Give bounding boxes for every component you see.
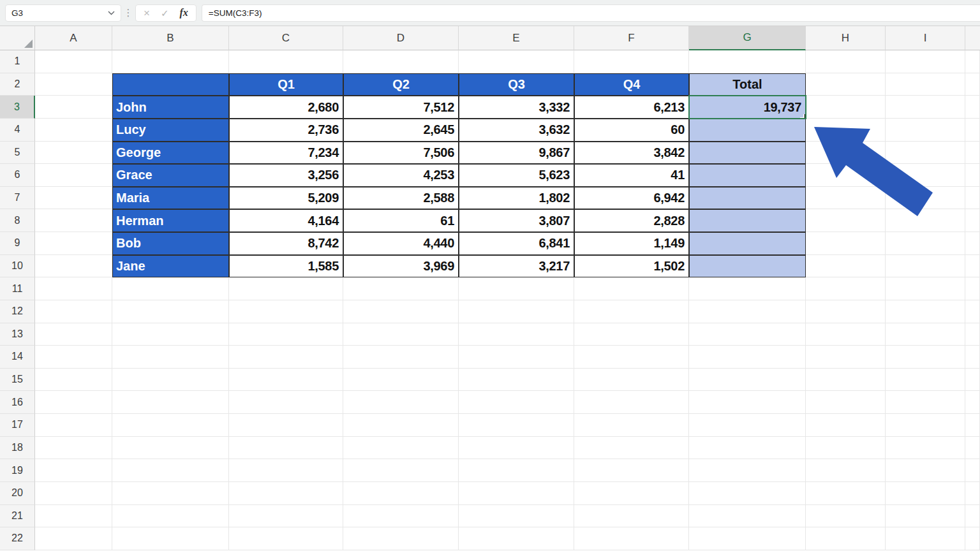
column-header-G[interactable]: G xyxy=(689,26,806,50)
cell-E14[interactable] xyxy=(459,346,574,369)
cell-J7[interactable] xyxy=(965,187,980,210)
cell-G22[interactable] xyxy=(689,527,806,550)
cell-F14[interactable] xyxy=(574,346,689,369)
cell-J15[interactable] xyxy=(965,369,980,392)
formula-input[interactable]: =SUM(C3:F3) xyxy=(202,4,980,22)
cell-E20[interactable] xyxy=(459,482,574,505)
cell-C18[interactable] xyxy=(229,437,343,460)
row-header-22[interactable]: 22 xyxy=(0,527,35,550)
cell-B2[interactable] xyxy=(112,73,229,96)
cell-J20[interactable] xyxy=(965,482,980,505)
cell-J12[interactable] xyxy=(965,300,980,323)
cell-B18[interactable] xyxy=(112,437,229,460)
cell-F8[interactable]: 2,828 xyxy=(574,209,689,232)
cell-G1[interactable] xyxy=(689,50,806,73)
cell-F22[interactable] xyxy=(574,527,689,550)
cell-D14[interactable] xyxy=(343,346,459,369)
cell-I15[interactable] xyxy=(886,369,965,392)
cell-F7[interactable]: 6,942 xyxy=(574,187,689,210)
cell-E19[interactable] xyxy=(459,459,574,482)
cell-D10[interactable]: 3,969 xyxy=(343,255,459,278)
cell-E4[interactable]: 3,632 xyxy=(459,119,574,142)
cell-H13[interactable] xyxy=(806,323,886,346)
cell-E13[interactable] xyxy=(459,323,574,346)
cell-D3[interactable]: 7,512 xyxy=(343,96,459,119)
cell-I6[interactable] xyxy=(886,164,965,187)
cell-J14[interactable] xyxy=(965,346,980,369)
cell-G13[interactable] xyxy=(689,323,806,346)
cell-E3[interactable]: 3,332 xyxy=(459,96,574,119)
cell-I7[interactable] xyxy=(886,187,965,210)
cell-B11[interactable] xyxy=(112,277,229,300)
cell-I19[interactable] xyxy=(886,459,965,482)
cell-E16[interactable] xyxy=(459,391,574,414)
cell-A10[interactable] xyxy=(35,255,112,278)
cell-H11[interactable] xyxy=(806,277,886,300)
cell-D17[interactable] xyxy=(343,414,459,437)
cell-H17[interactable] xyxy=(806,414,886,437)
enter-icon[interactable]: ✓ xyxy=(161,8,169,18)
cell-G5[interactable] xyxy=(689,142,806,165)
cell-J2[interactable] xyxy=(965,73,980,96)
cell-G10[interactable] xyxy=(689,255,806,278)
cell-F17[interactable] xyxy=(574,414,689,437)
cell-J1[interactable] xyxy=(965,50,980,73)
cell-A22[interactable] xyxy=(35,527,112,550)
cell-H18[interactable] xyxy=(806,437,886,460)
cell-D4[interactable]: 2,645 xyxy=(343,119,459,142)
cell-G3[interactable]: 19,737 xyxy=(689,96,806,119)
column-header-F[interactable]: F xyxy=(574,26,689,50)
row-header-16[interactable]: 16 xyxy=(0,391,35,414)
cancel-icon[interactable]: × xyxy=(144,8,150,18)
cell-I3[interactable] xyxy=(886,96,965,119)
cell-A9[interactable] xyxy=(35,232,112,255)
cell-C7[interactable]: 5,209 xyxy=(229,187,343,210)
cell-I14[interactable] xyxy=(886,346,965,369)
cell-H14[interactable] xyxy=(806,346,886,369)
cell-J8[interactable] xyxy=(965,209,980,232)
cell-G9[interactable] xyxy=(689,232,806,255)
cell-D16[interactable] xyxy=(343,391,459,414)
cell-F2[interactable]: Q4 xyxy=(574,73,689,96)
cell-H9[interactable] xyxy=(806,232,886,255)
cell-G8[interactable] xyxy=(689,209,806,232)
cell-D18[interactable] xyxy=(343,437,459,460)
cell-B14[interactable] xyxy=(112,346,229,369)
cell-D12[interactable] xyxy=(343,300,459,323)
cell-C17[interactable] xyxy=(229,414,343,437)
row-header-1[interactable]: 1 xyxy=(0,50,35,73)
cell-B13[interactable] xyxy=(112,323,229,346)
column-header-C[interactable]: C xyxy=(229,26,343,50)
cell-H21[interactable] xyxy=(806,505,886,528)
cell-A13[interactable] xyxy=(35,323,112,346)
cell-E17[interactable] xyxy=(459,414,574,437)
cell-C8[interactable]: 4,164 xyxy=(229,209,343,232)
cell-J17[interactable] xyxy=(965,414,980,437)
cell-I20[interactable] xyxy=(886,482,965,505)
cell-F10[interactable]: 1,502 xyxy=(574,255,689,278)
cell-G16[interactable] xyxy=(689,391,806,414)
row-header-10[interactable]: 10 xyxy=(0,255,35,278)
cell-J5[interactable] xyxy=(965,142,980,165)
cell-D11[interactable] xyxy=(343,277,459,300)
cell-G21[interactable] xyxy=(689,505,806,528)
cell-E11[interactable] xyxy=(459,277,574,300)
cell-C15[interactable] xyxy=(229,369,343,392)
cell-H20[interactable] xyxy=(806,482,886,505)
cell-I21[interactable] xyxy=(886,505,965,528)
cell-E22[interactable] xyxy=(459,527,574,550)
cell-E5[interactable]: 9,867 xyxy=(459,142,574,165)
cell-I22[interactable] xyxy=(886,527,965,550)
cell-J11[interactable] xyxy=(965,277,980,300)
cell-C6[interactable]: 3,256 xyxy=(229,164,343,187)
cell-H4[interactable] xyxy=(806,119,886,142)
cell-G17[interactable] xyxy=(689,414,806,437)
cell-F15[interactable] xyxy=(574,369,689,392)
cell-H2[interactable] xyxy=(806,73,886,96)
cell-E10[interactable]: 3,217 xyxy=(459,255,574,278)
cell-G14[interactable] xyxy=(689,346,806,369)
cell-A6[interactable] xyxy=(35,164,112,187)
cell-I16[interactable] xyxy=(886,391,965,414)
cell-F20[interactable] xyxy=(574,482,689,505)
cell-C3[interactable]: 2,680 xyxy=(229,96,343,119)
